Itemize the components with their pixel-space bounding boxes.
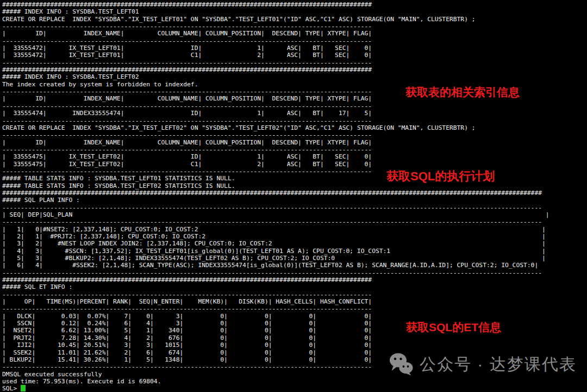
annotation-sql-et: 获取SQL的ET信息 [406,320,501,335]
watermark-text: 公众号 · 达梦课代表 [420,353,577,376]
terminal-prompt-row[interactable]: SQL> [2,385,549,392]
terminal-window[interactable]: ########################################… [0,0,587,392]
terminal-prompt: SQL> [2,385,21,392]
watermark: 公众号 · 达梦课代表 [389,353,577,376]
annotation-sql-plan: 获取SQL的执行计划 [386,168,495,185]
wechat-icon [389,353,413,376]
annotation-index-info: 获取表的相关索引信息 [405,85,520,100]
terminal-cursor[interactable] [21,385,26,391]
